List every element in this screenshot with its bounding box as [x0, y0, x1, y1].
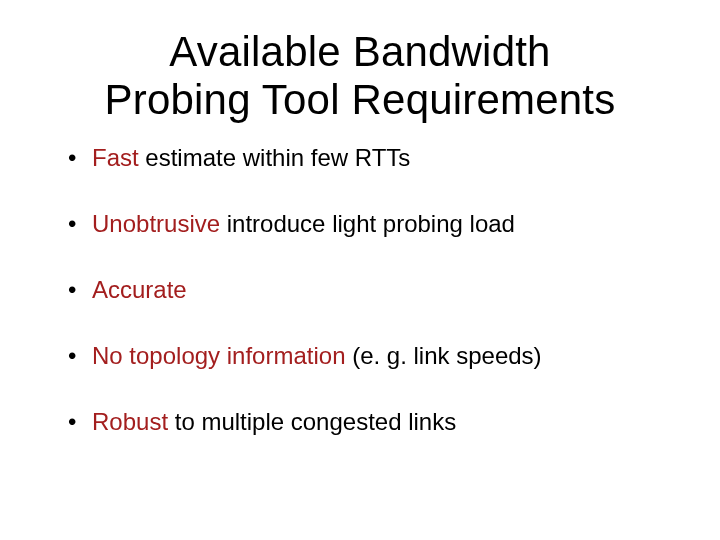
bullet-list: Fast estimate within few RTTs Unobtrusiv… — [40, 143, 680, 437]
bullet-highlight: Accurate — [92, 276, 187, 303]
bullet-item: Unobtrusive introduce light probing load — [68, 209, 680, 239]
bullet-rest: (e. g. link speeds) — [345, 342, 541, 369]
bullet-rest: estimate within few RTTs — [139, 144, 411, 171]
slide: Available Bandwidth Probing Tool Require… — [0, 0, 720, 540]
bullet-item: Fast estimate within few RTTs — [68, 143, 680, 173]
bullet-highlight: Unobtrusive — [92, 210, 220, 237]
bullet-item: No topology information (e. g. link spee… — [68, 341, 680, 371]
bullet-highlight: Fast — [92, 144, 139, 171]
bullet-item: Robust to multiple congested links — [68, 407, 680, 437]
bullet-highlight: No topology information — [92, 342, 345, 369]
slide-title: Available Bandwidth Probing Tool Require… — [40, 28, 680, 125]
title-line-1: Available Bandwidth — [169, 28, 550, 75]
bullet-item: Accurate — [68, 275, 680, 305]
bullet-rest: to multiple congested links — [168, 408, 456, 435]
bullet-highlight: Robust — [92, 408, 168, 435]
bullet-rest: introduce light probing load — [220, 210, 515, 237]
title-line-2: Probing Tool Requirements — [105, 76, 616, 123]
